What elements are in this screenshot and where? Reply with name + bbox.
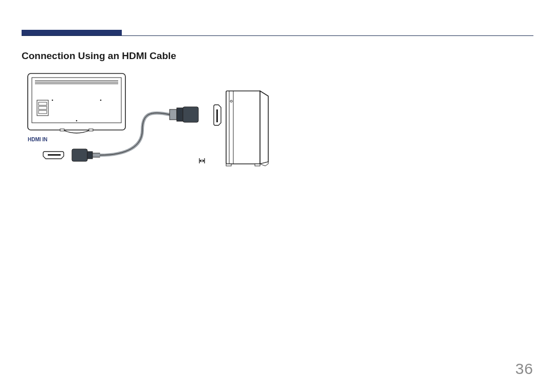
page: Connection Using an HDMI Cable <box>0 0 555 392</box>
connector-marker-icon <box>199 158 205 163</box>
pc-tower-icon <box>226 91 268 166</box>
svg-marker-25 <box>260 91 268 164</box>
svg-rect-15 <box>72 149 87 161</box>
svg-rect-30 <box>255 164 260 166</box>
svg-rect-16 <box>87 152 92 159</box>
svg-rect-20 <box>183 107 198 122</box>
diagram-svg: HDMI IN <box>22 69 289 177</box>
svg-point-7 <box>76 120 78 122</box>
svg-rect-24 <box>226 91 260 164</box>
connection-diagram: HDMI IN <box>22 69 289 177</box>
page-number: 36 <box>515 360 533 378</box>
svg-rect-13 <box>89 129 93 131</box>
svg-rect-12 <box>60 129 64 131</box>
svg-rect-18 <box>170 109 177 120</box>
svg-rect-19 <box>177 108 183 121</box>
hdmi-in-label: HDMI IN <box>28 137 47 142</box>
svg-point-6 <box>100 100 102 101</box>
pc-hdmi-port-icon <box>214 105 221 125</box>
header-rule <box>22 35 533 36</box>
svg-point-5 <box>52 100 53 101</box>
hdmi-port-icon <box>43 152 64 159</box>
header-accent-bar <box>22 30 122 35</box>
svg-rect-29 <box>226 164 231 166</box>
section-title: Connection Using an HDMI Cable <box>22 50 176 62</box>
svg-rect-14 <box>48 154 61 156</box>
svg-rect-21 <box>216 109 218 122</box>
monitor-back-icon <box>28 73 125 133</box>
